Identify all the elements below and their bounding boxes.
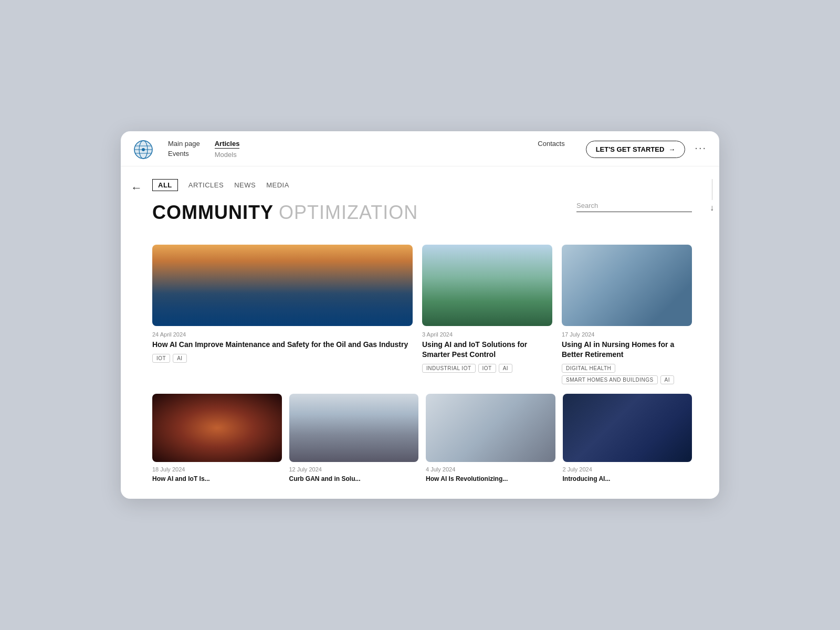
main-content: ← ALL ARTICLES NEWS MEDIA COMMUNITY OPTI… xyxy=(121,166,719,499)
article-date: 2 July 2024 xyxy=(563,466,692,472)
article-title: Curb GAN and in Solu... xyxy=(289,475,419,483)
article-date: 12 July 2024 xyxy=(289,466,419,472)
article-title: Introducing AI... xyxy=(563,475,692,483)
logo[interactable] xyxy=(133,140,153,160)
nav-contacts[interactable]: Contacts xyxy=(538,140,564,148)
search-underline xyxy=(576,212,692,212)
content-area: ALL ARTICLES NEWS MEDIA COMMUNITY OPTIMI… xyxy=(152,166,705,499)
search-area: Search xyxy=(576,202,692,212)
article-image xyxy=(152,245,413,326)
nav-col3: Contacts xyxy=(538,140,564,148)
article-title: Using AI and IoT Solutions for Smarter P… xyxy=(422,340,552,360)
scroll-bar: ↓ xyxy=(705,166,719,499)
article-card[interactable]: 18 July 2024 How AI and IoT Is... xyxy=(152,394,282,486)
page-heading: COMMUNITY OPTIMIZATION xyxy=(152,202,564,224)
article-title: Using AI in Nursing Homes for a Better R… xyxy=(562,340,692,360)
tab-news[interactable]: NEWS xyxy=(234,181,256,189)
article-card[interactable]: 17 July 2024 Using AI in Nursing Homes f… xyxy=(562,245,692,384)
article-tags: INDUSTRIAL IOT IOT AI xyxy=(422,364,552,373)
heading-bold: COMMUNITY xyxy=(152,202,274,224)
nav-main-page[interactable]: Main page xyxy=(168,140,200,148)
article-title: How AI Can Improve Maintenance and Safet… xyxy=(152,340,413,350)
navigation: Main page Events Articles Models Contact… xyxy=(121,131,719,166)
tab-articles[interactable]: ARTICLES xyxy=(188,181,224,189)
article-date: 4 July 2024 xyxy=(426,466,555,472)
articles-top-row: 24 April 2024 How AI Can Improve Mainten… xyxy=(152,245,692,384)
nav-events[interactable]: Events xyxy=(168,150,200,158)
search-label: Search xyxy=(576,202,692,209)
article-title: How AI Is Revolutionizing... xyxy=(426,475,555,483)
arrow-right-icon: → xyxy=(668,145,675,153)
tab-all[interactable]: ALL xyxy=(152,179,178,191)
article-image xyxy=(562,245,692,326)
article-card[interactable]: 24 April 2024 How AI Can Improve Mainten… xyxy=(152,245,413,384)
tag[interactable]: IOT xyxy=(152,354,170,363)
cta-label: LET'S GET STARTED xyxy=(596,145,665,153)
nav-models[interactable]: Models xyxy=(215,151,240,159)
tag[interactable]: INDUSTRIAL IOT xyxy=(422,364,476,373)
tag[interactable]: AI xyxy=(173,354,186,363)
scroll-track xyxy=(712,179,712,200)
tag[interactable]: IOT xyxy=(478,364,496,373)
tag[interactable]: DIGITAL HEALTH xyxy=(562,364,615,373)
article-image xyxy=(426,394,555,462)
article-card[interactable]: 4 July 2024 How AI Is Revolutionizing... xyxy=(426,394,555,486)
cta-button[interactable]: LET'S GET STARTED → xyxy=(586,141,686,158)
article-image xyxy=(152,394,282,462)
article-image xyxy=(289,394,419,462)
article-image xyxy=(563,394,692,462)
article-card[interactable]: 12 July 2024 Curb GAN and in Solu... xyxy=(289,394,419,486)
article-card[interactable]: 3 April 2024 Using AI and IoT Solutions … xyxy=(422,245,552,384)
article-image xyxy=(422,245,552,326)
article-date: 17 July 2024 xyxy=(562,331,692,338)
heading-light: OPTIMIZATION xyxy=(279,202,418,224)
tag[interactable]: SMART HOMES AND BUILDINGS xyxy=(562,375,658,384)
article-date: 3 April 2024 xyxy=(422,331,552,338)
article-tags: DIGITAL HEALTH SMART HOMES AND BUILDINGS… xyxy=(562,364,692,384)
article-date: 24 April 2024 xyxy=(152,331,413,338)
tag[interactable]: AI xyxy=(499,364,512,373)
nav-articles[interactable]: Articles xyxy=(215,140,240,149)
nav-col1: Main page Events xyxy=(168,140,200,158)
nav-col2: Articles Models xyxy=(215,140,240,159)
filter-tabs: ALL ARTICLES NEWS MEDIA xyxy=(152,179,692,191)
more-options-button[interactable]: ··· xyxy=(695,142,707,154)
tag[interactable]: AI xyxy=(660,375,674,384)
article-card[interactable]: 2 July 2024 Introducing AI... xyxy=(563,394,692,486)
svg-point-6 xyxy=(142,148,145,151)
sidebar: ← xyxy=(121,166,152,499)
back-button[interactable]: ← xyxy=(131,181,142,195)
article-date: 18 July 2024 xyxy=(152,466,282,472)
browser-window: Main page Events Articles Models Contact… xyxy=(121,131,719,499)
article-title: How AI and IoT Is... xyxy=(152,475,282,483)
tab-media[interactable]: MEDIA xyxy=(266,181,289,189)
scroll-down-icon[interactable]: ↓ xyxy=(710,203,714,213)
articles-bottom-row: 18 July 2024 How AI and IoT Is... 12 Jul… xyxy=(152,394,692,486)
article-tags: IOT AI xyxy=(152,354,413,363)
